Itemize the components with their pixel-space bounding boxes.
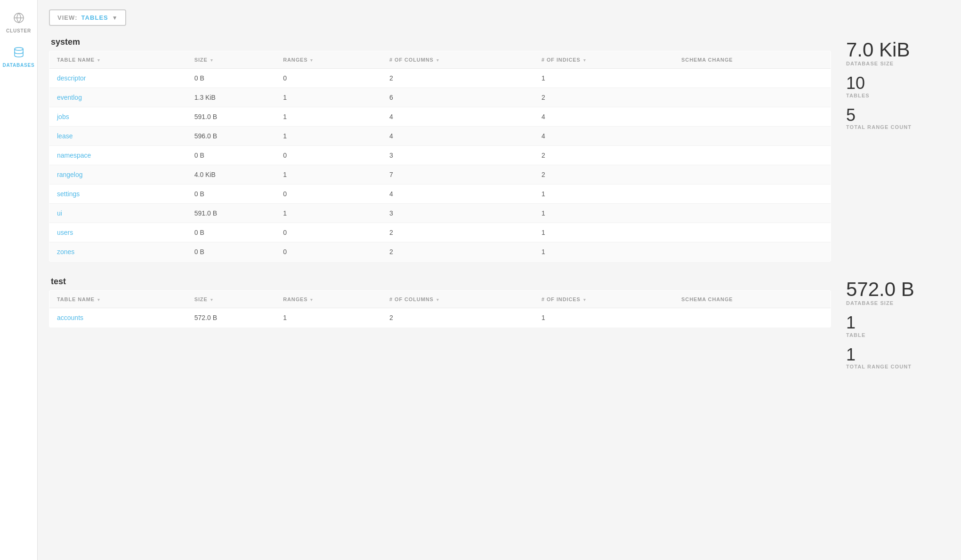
tables-value: 1 [846,313,950,332]
db-size-value: 7.0 KiB [846,39,950,61]
cell-columns: 2 [382,308,534,328]
cell-name[interactable]: lease [49,127,187,146]
cell-name[interactable]: descriptor [49,69,187,88]
sort-arrow-icon: ▾ [436,58,439,63]
table-container-test: testTABLE NAME ▾SIZE ▾RANGES ▾# OF COLUM… [49,277,831,377]
db-section-system: systemTABLE NAME ▾SIZE ▾RANGES ▾# OF COL… [49,37,950,262]
sidebar: CLUSTER DATABASES [0,0,38,560]
cell-schema [674,107,831,127]
cell-schema [674,127,831,146]
cell-ranges: 0 [275,242,382,262]
table-row: jobs591.0 B144 [49,107,831,127]
cell-name[interactable]: settings [49,184,187,204]
sort-arrow-icon: ▾ [97,58,100,63]
col-header-name[interactable]: TABLE NAME ▾ [49,291,187,308]
databases-icon [13,47,24,61]
cell-indices: 4 [534,127,674,146]
stats-panel-test: 572.0 B DATABASE SIZE 1 TABLE 1 TOTAL RA… [846,277,950,377]
svg-point-2 [15,48,23,50]
cell-ranges: 1 [275,308,382,328]
cell-indices: 1 [534,204,674,223]
sidebar-item-databases[interactable]: DATABASES [0,42,37,72]
table-row: lease596.0 B144 [49,127,831,146]
cell-columns: 2 [382,242,534,262]
cell-ranges: 1 [275,165,382,184]
sidebar-item-cluster[interactable]: CLUSTER [0,8,37,38]
cell-indices: 2 [534,165,674,184]
sidebar-item-cluster-label: CLUSTER [6,28,31,33]
sort-arrow-icon: ▾ [583,297,586,302]
cell-ranges: 1 [275,88,382,107]
db-name-test: test [49,277,831,287]
table-system: TABLE NAME ▾SIZE ▾RANGES ▾# OF COLUMNS ▾… [49,51,831,262]
col-header-indices[interactable]: # OF INDICES ▾ [534,51,674,69]
cell-columns: 4 [382,127,534,146]
col-header-name[interactable]: TABLE NAME ▾ [49,51,187,69]
table-row: rangelog4.0 KiB172 [49,165,831,184]
sort-arrow-icon: ▾ [210,58,213,63]
cell-name[interactable]: users [49,223,187,242]
col-header-size[interactable]: SIZE ▾ [187,291,276,308]
cell-indices: 2 [534,88,674,107]
col-header-schema: SCHEMA CHANGE [674,291,831,308]
database-sections: systemTABLE NAME ▾SIZE ▾RANGES ▾# OF COL… [49,37,950,377]
cell-name[interactable]: accounts [49,308,187,328]
cell-columns: 3 [382,204,534,223]
table-row: ui591.0 B131 [49,204,831,223]
cell-name[interactable]: ui [49,204,187,223]
cell-schema [674,223,831,242]
cell-schema [674,69,831,88]
cell-ranges: 0 [275,223,382,242]
cell-indices: 2 [534,146,674,165]
sort-arrow-icon: ▾ [583,58,586,63]
cell-name[interactable]: jobs [49,107,187,127]
sidebar-item-databases-label: DATABASES [3,63,35,68]
cell-indices: 4 [534,107,674,127]
cell-schema [674,308,831,328]
table-container-system: systemTABLE NAME ▾SIZE ▾RANGES ▾# OF COL… [49,37,831,262]
col-header-columns[interactable]: # OF COLUMNS ▾ [382,51,534,69]
cell-indices: 1 [534,242,674,262]
cell-columns: 2 [382,69,534,88]
col-header-ranges[interactable]: RANGES ▾ [275,51,382,69]
range-count-label: TOTAL RANGE COUNT [846,124,950,130]
col-header-ranges[interactable]: RANGES ▾ [275,291,382,308]
cell-name[interactable]: namespace [49,146,187,165]
table-row: descriptor0 B021 [49,69,831,88]
cell-schema [674,242,831,262]
cell-size: 1.3 KiB [187,88,276,107]
range-count-value: 1 [846,345,950,364]
col-header-columns[interactable]: # OF COLUMNS ▾ [382,291,534,308]
cell-name[interactable]: eventlog [49,88,187,107]
cell-schema [674,165,831,184]
sort-arrow-icon: ▾ [310,297,313,302]
cell-size: 572.0 B [187,308,276,328]
table-row: namespace0 B032 [49,146,831,165]
view-bar: VIEW: TABLES ▼ [49,9,950,26]
cell-columns: 2 [382,223,534,242]
cell-ranges: 0 [275,146,382,165]
main-content: VIEW: TABLES ▼ systemTABLE NAME ▾SIZE ▾R… [38,0,961,560]
view-prefix: VIEW: [57,14,78,21]
cell-indices: 1 [534,184,674,204]
range-count-value: 5 [846,106,950,125]
cell-size: 591.0 B [187,107,276,127]
col-header-indices[interactable]: # OF INDICES ▾ [534,291,674,308]
sort-arrow-icon: ▾ [210,297,213,302]
cell-size: 0 B [187,184,276,204]
stats-panel-system: 7.0 KiB DATABASE SIZE 10 TABLES 5 TOTAL … [846,37,950,262]
cell-columns: 4 [382,107,534,127]
db-section-test: testTABLE NAME ▾SIZE ▾RANGES ▾# OF COLUM… [49,277,950,377]
cell-size: 0 B [187,146,276,165]
view-selector-button[interactable]: VIEW: TABLES ▼ [49,9,126,26]
cell-schema [674,204,831,223]
cell-size: 4.0 KiB [187,165,276,184]
cell-ranges: 0 [275,69,382,88]
col-header-size[interactable]: SIZE ▾ [187,51,276,69]
table-row: settings0 B041 [49,184,831,204]
sort-arrow-icon: ▾ [97,297,100,302]
cell-name[interactable]: zones [49,242,187,262]
tables-label: TABLE [846,332,950,338]
cell-name[interactable]: rangelog [49,165,187,184]
db-size-label: DATABASE SIZE [846,61,950,66]
